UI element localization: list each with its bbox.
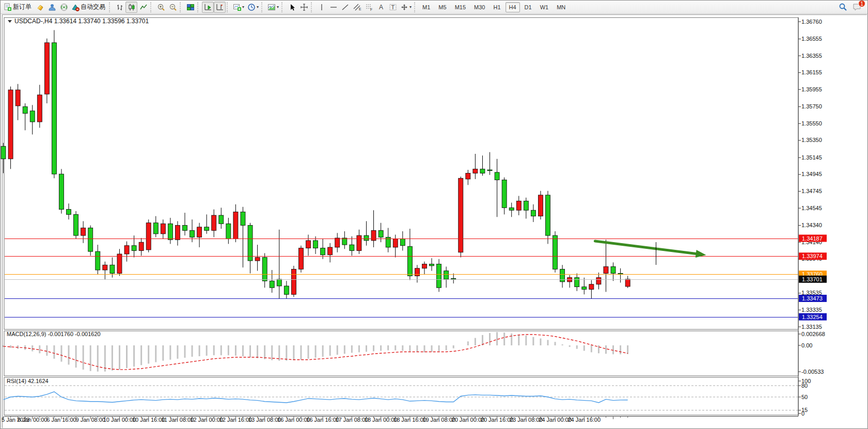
candle-body: [146, 223, 151, 250]
price-tick-label: 1.36555: [801, 36, 822, 42]
periods-icon: [247, 3, 256, 11]
chart-shift-button[interactable]: [214, 2, 226, 13]
mql5-community-button[interactable]: [46, 2, 58, 13]
candle-body: [313, 241, 318, 248]
timeframe-button-M5[interactable]: M5: [435, 2, 450, 12]
candle-body: [168, 224, 172, 240]
date-axis[interactable]: 5 Jan 20236 Jan 00:006 Jan 16:009 Jan 08…: [2, 416, 798, 423]
price-tick-label: 1.35955: [801, 86, 822, 92]
horizontal-line-button[interactable]: [327, 2, 339, 13]
candle-body: [190, 230, 195, 237]
timeframe-button-M15[interactable]: M15: [451, 2, 469, 12]
cursor-button[interactable]: [286, 2, 298, 13]
price-tick-label: 1.36155: [801, 69, 822, 75]
candle-body: [575, 278, 579, 287]
candle-body: [611, 266, 616, 273]
price-axis[interactable]: 1.367601.365551.363551.361551.359551.357…: [798, 19, 822, 330]
auto-scroll-button[interactable]: [202, 2, 214, 13]
chart-canvas[interactable]: 1.367601.365551.363551.361551.359551.357…: [1, 1, 868, 429]
rsi-pane[interactable]: [4, 377, 798, 415]
timeframe-button-W1[interactable]: W1: [536, 2, 553, 12]
text-button[interactable]: A: [375, 2, 387, 13]
candle-body: [350, 245, 354, 250]
timeframe-button-D1[interactable]: D1: [521, 2, 535, 12]
candle-body: [212, 215, 216, 230]
new-chart-button[interactable]: ▾: [231, 2, 246, 13]
price-tag-1.33473: 1.33473: [799, 295, 827, 302]
date-label: 10 Jan 16:00: [132, 417, 165, 423]
timeframe-button-M30[interactable]: M30: [470, 2, 488, 12]
templates-button[interactable]: ▾: [266, 2, 280, 13]
chart-title-text: USDCAD-,H4 1.33614 1.33740 1.33596 1.337…: [14, 18, 149, 25]
timeframe-button-H1[interactable]: H1: [490, 2, 504, 12]
fibonacci-icon: F: [365, 3, 373, 11]
toolbar-separator: [180, 2, 183, 12]
history-center-button[interactable]: [34, 2, 46, 13]
new-order-button[interactable]: 新订单: [2, 2, 34, 13]
equidistant-channel-button[interactable]: E: [351, 2, 363, 13]
macd-pane[interactable]: [4, 331, 798, 376]
candle-body: [74, 214, 78, 235]
arrows-button[interactable]: ▾: [399, 2, 413, 13]
candle-body: [618, 274, 623, 275]
candle-body: [538, 195, 543, 216]
candle-body: [233, 212, 238, 239]
macd-tick-label: 0.00: [801, 342, 812, 348]
timeframe-button-MN[interactable]: MN: [553, 2, 569, 12]
search-icon[interactable]: [839, 3, 847, 11]
candle-body: [204, 227, 209, 231]
toolbar-separator: [414, 2, 418, 12]
main-chart-pane[interactable]: [4, 18, 798, 329]
candle: [538, 191, 543, 219]
candle-body: [124, 246, 129, 254]
date-label: 11 Jan 08:00: [162, 417, 194, 423]
timeframe-button-M1[interactable]: M1: [419, 2, 434, 12]
mt4-window: 新订单 自动交易: [0, 0, 868, 429]
candle-body: [328, 247, 333, 255]
candle-body: [67, 210, 71, 215]
zoom-out-button[interactable]: [167, 2, 179, 13]
crosshair-icon: [300, 3, 308, 11]
candlestick-chart-button[interactable]: [125, 2, 137, 13]
date-label: 19 Jan 08:00: [422, 417, 455, 423]
candle-body: [248, 226, 252, 261]
chat-button[interactable]: 1: [853, 3, 862, 11]
line-chart-button[interactable]: [137, 2, 149, 13]
candle-body: [161, 224, 165, 234]
candle-body: [277, 279, 281, 286]
rsi-tick-label: 0: [801, 410, 804, 417]
text-label-icon: T: [389, 3, 397, 11]
candle-body: [321, 248, 325, 255]
candle-body: [480, 169, 485, 173]
timeframe-button-H4[interactable]: H4: [506, 2, 520, 12]
candle-body: [400, 239, 405, 246]
periods-button[interactable]: ▾: [246, 2, 260, 13]
toolbar-separator: [109, 2, 113, 12]
price-tick-label: 1.34340: [801, 222, 822, 228]
signals-button[interactable]: [58, 2, 70, 13]
candle-body: [197, 227, 202, 237]
candle-body: [473, 169, 478, 173]
auto-scroll-icon: [204, 3, 212, 11]
text-label-button[interactable]: T: [387, 2, 399, 13]
date-label: 13 Jan 08:00: [248, 417, 281, 423]
history-center-icon: [36, 3, 44, 11]
signals-icon: [60, 3, 68, 11]
horizontal-line-icon: [329, 3, 338, 11]
zoom-in-button[interactable]: [155, 2, 167, 13]
vertical-line-button[interactable]: [315, 2, 327, 13]
candle-body: [524, 201, 528, 210]
trendline-button[interactable]: [339, 2, 351, 13]
crosshair-button[interactable]: [298, 2, 310, 13]
toolbar-separator: [227, 2, 230, 12]
tile-windows-button[interactable]: [184, 2, 196, 13]
date-label: 20 Jan 00:00: [452, 417, 485, 423]
candle-body: [342, 238, 347, 245]
toolbar-right: 1: [839, 3, 866, 11]
candle-body: [8, 90, 13, 159]
auto-trading-button[interactable]: 自动交易: [70, 2, 108, 13]
candle-body: [509, 208, 514, 210]
bar-chart-button[interactable]: [114, 2, 125, 13]
tile-windows-icon: [186, 3, 195, 11]
fibonacci-button[interactable]: F: [363, 2, 375, 13]
